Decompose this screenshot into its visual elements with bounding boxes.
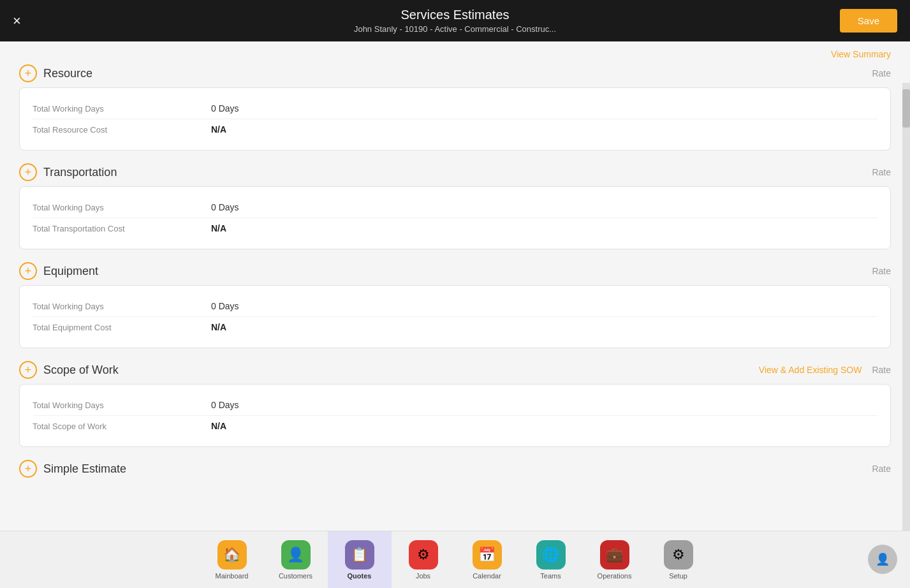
nav-label-teams: Teams <box>540 572 561 580</box>
nav-item-teams[interactable]: 🌐 Teams <box>519 531 583 588</box>
section-title-scope-of-work: Scope of Work <box>43 364 119 377</box>
nav-label-setup: Setup <box>669 572 687 580</box>
section-header: + Scope of Work View & Add Existing SOWR… <box>19 361 891 379</box>
row-label: Total Working Days <box>33 302 211 311</box>
nav-item-customers[interactable]: 👤 Customers <box>264 531 328 588</box>
nav-icon-jobs: ⚙ <box>409 540 438 570</box>
row-label: Total Transportation Cost <box>33 224 211 233</box>
bottom-nav: 🏠 Mainboard 👤 Customers 📋 Quotes ⚙ Jobs … <box>0 531 910 588</box>
section-row: Total Scope of Work N/A <box>33 416 877 436</box>
row-label: Total Working Days <box>33 203 211 212</box>
section-equipment: + Equipment Rate Total Working Days 0 Da… <box>19 262 891 348</box>
nav-label-operations: Operations <box>598 572 632 580</box>
section-title-equipment: Equipment <box>43 265 98 278</box>
section-add-button-equipment[interactable]: + <box>19 262 37 280</box>
section-card: Total Working Days 0 Days Total Transpor… <box>19 186 891 249</box>
page-title: Services Estimates <box>354 8 556 22</box>
rate-label: Rate <box>872 68 891 78</box>
section-title-transportation: Transportation <box>43 166 117 179</box>
section-header: + Resource Rate <box>19 64 891 82</box>
close-button[interactable]: × <box>13 14 21 28</box>
view-summary-link[interactable]: View Summary <box>831 49 891 59</box>
page-subtitle: John Stanly - 10190 - Active - Commercia… <box>354 24 556 34</box>
section-card: Total Working Days 0 Days Total Equipmen… <box>19 285 891 348</box>
header-title-block: Services Estimates John Stanly - 10190 -… <box>354 8 556 34</box>
section-simple-estimate: + Simple Estimate Rate <box>19 460 891 483</box>
section-header-right: View & Add Existing SOWRate <box>759 365 891 375</box>
section-row: Total Equipment Cost N/A <box>33 317 877 337</box>
section-card: Total Working Days 0 Days Total Scope of… <box>19 384 891 447</box>
scroll-indicator <box>902 83 910 531</box>
row-label: Total Working Days <box>33 104 211 114</box>
row-label: Total Working Days <box>33 401 211 410</box>
section-header-right: Rate <box>872 266 891 276</box>
row-label: Total Scope of Work <box>33 422 211 431</box>
section-header-left: + Equipment <box>19 262 98 280</box>
app-header: × Services Estimates John Stanly - 10190… <box>0 0 910 41</box>
section-transportation: + Transportation Rate Total Working Days… <box>19 163 891 249</box>
row-value: 0 Days <box>211 400 239 410</box>
section-card: Total Working Days 0 Days Total Resource… <box>19 87 891 151</box>
nav-label-calendar: Calendar <box>473 572 501 580</box>
section-add-button-simple-estimate[interactable]: + <box>19 460 37 478</box>
row-value: N/A <box>211 421 226 431</box>
nav-icon-customers: 👤 <box>281 540 311 570</box>
section-header-left: + Simple Estimate <box>19 460 126 478</box>
row-value: N/A <box>211 322 226 332</box>
nav-label-mainboard: Mainboard <box>216 572 249 580</box>
nav-label-quotes: Quotes <box>348 572 372 580</box>
row-value: N/A <box>211 223 226 233</box>
section-header: + Equipment Rate <box>19 262 891 280</box>
section-add-button-scope-of-work[interactable]: + <box>19 361 37 379</box>
row-value: 0 Days <box>211 202 239 212</box>
nav-icon-operations: 💼 <box>600 540 629 570</box>
nav-label-jobs: Jobs <box>416 572 430 580</box>
nav-item-setup[interactable]: ⚙ Setup <box>647 531 710 588</box>
section-row: Total Working Days 0 Days <box>33 98 877 119</box>
nav-icon-quotes: 📋 <box>345 540 374 570</box>
nav-icon-teams: 🌐 <box>536 540 566 570</box>
section-row: Total Working Days 0 Days <box>33 395 877 416</box>
section-add-button-transportation[interactable]: + <box>19 163 37 181</box>
nav-label-customers: Customers <box>279 572 312 580</box>
nav-icon-setup: ⚙ <box>664 540 693 570</box>
section-row: Total Working Days 0 Days <box>33 296 877 317</box>
nav-item-calendar[interactable]: 📅 Calendar <box>455 531 519 588</box>
view-summary-row: View Summary <box>19 41 891 64</box>
rate-label: Rate <box>872 464 891 474</box>
nav-item-operations[interactable]: 💼 Operations <box>583 531 647 588</box>
sections-container: + Resource Rate Total Working Days 0 Day… <box>19 64 891 483</box>
section-header: + Transportation Rate <box>19 163 891 181</box>
row-value: 0 Days <box>211 103 239 114</box>
page-wrapper: View Summary + Resource Rate Total Worki… <box>0 41 910 588</box>
row-value: N/A <box>211 124 226 135</box>
nav-item-mainboard[interactable]: 🏠 Mainboard <box>200 531 264 588</box>
row-value: 0 Days <box>211 301 239 311</box>
main-content: View Summary + Resource Rate Total Worki… <box>0 41 910 531</box>
section-title-simple-estimate: Simple Estimate <box>43 462 126 476</box>
section-header-left: + Resource <box>19 64 92 82</box>
rate-label: Rate <box>872 266 891 276</box>
save-button[interactable]: Save <box>840 9 897 33</box>
nav-items-container: 🏠 Mainboard 👤 Customers 📋 Quotes ⚙ Jobs … <box>200 531 710 588</box>
section-header-left: + Scope of Work <box>19 361 119 379</box>
section-title-resource: Resource <box>43 67 92 80</box>
view-add-sow-button[interactable]: View & Add Existing SOW <box>759 365 862 375</box>
section-add-button-resource[interactable]: + <box>19 64 37 82</box>
nav-icon-calendar: 📅 <box>473 540 502 570</box>
section-resource: + Resource Rate Total Working Days 0 Day… <box>19 64 891 151</box>
avatar: 👤 <box>868 545 897 574</box>
section-row: Total Working Days 0 Days <box>33 197 877 218</box>
nav-item-quotes[interactable]: 📋 Quotes <box>328 531 392 588</box>
nav-icon-mainboard: 🏠 <box>217 540 247 570</box>
section-header-left: + Transportation <box>19 163 117 181</box>
section-header-right: Rate <box>872 167 891 177</box>
section-row: Total Resource Cost N/A <box>33 119 877 140</box>
section-header: + Simple Estimate Rate <box>19 460 891 478</box>
section-row: Total Transportation Cost N/A <box>33 218 877 239</box>
nav-item-jobs[interactable]: ⚙ Jobs <box>392 531 455 588</box>
section-scope-of-work: + Scope of Work View & Add Existing SOWR… <box>19 361 891 447</box>
rate-label: Rate <box>872 365 891 375</box>
row-label: Total Resource Cost <box>33 125 211 135</box>
section-header-right: Rate <box>872 68 891 78</box>
